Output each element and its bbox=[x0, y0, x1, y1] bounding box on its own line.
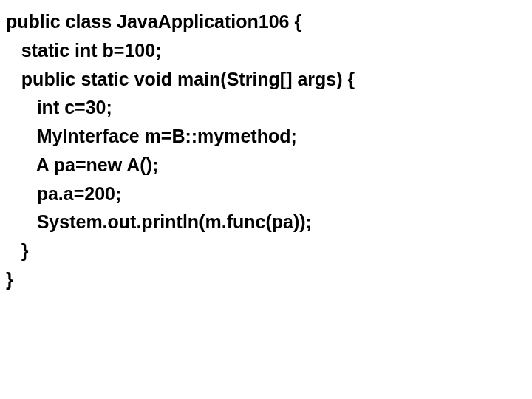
code-line: System.out.println(m.func(pa)); bbox=[6, 211, 312, 232]
code-line: int c=30; bbox=[6, 97, 112, 117]
code-line: } bbox=[6, 269, 13, 290]
code-line: } bbox=[6, 240, 29, 261]
code-block: public class JavaApplication106 { static… bbox=[0, 0, 532, 301]
code-line: A pa=new A(); bbox=[6, 154, 158, 175]
code-line: static int b=100; bbox=[6, 40, 162, 61]
code-line: public class JavaApplication106 { bbox=[6, 11, 301, 32]
code-line: public static void main(String[] args) { bbox=[6, 69, 355, 89]
code-line: MyInterface m=B::mymethod; bbox=[6, 126, 297, 146]
code-line: pa.a=200; bbox=[6, 183, 121, 204]
